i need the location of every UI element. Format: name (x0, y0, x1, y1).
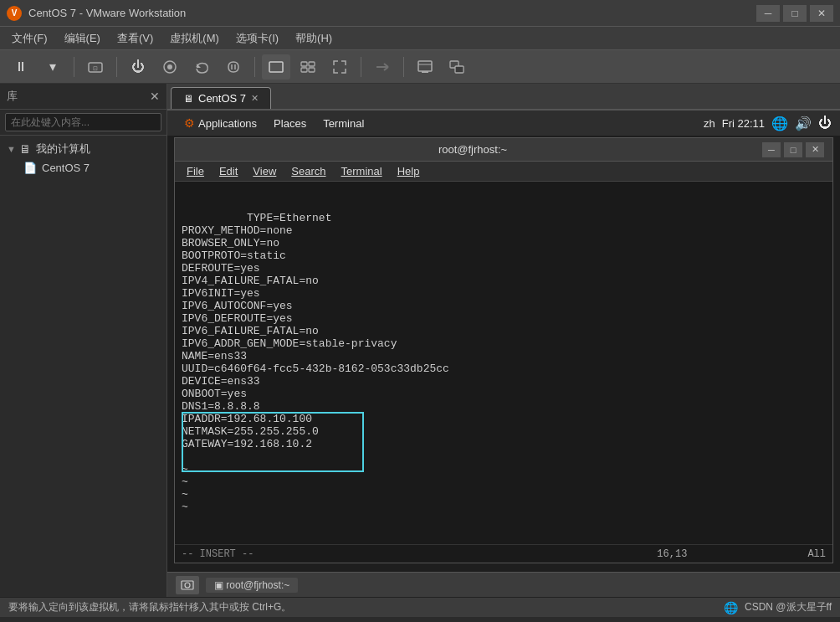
toolbar-separator-5 (403, 57, 404, 77)
terminal-text: TYPE=Ethernet PROXY_METHOD=none BROWSER_… (182, 212, 449, 513)
network-status-icon: 🌐 (724, 601, 738, 614)
sidebar: 库 ✕ ▼ 🖥 我的计算机 📄 CentOS 7 (0, 84, 167, 597)
main-area: 库 ✕ ▼ 🖥 我的计算机 📄 CentOS 7 🖥 CentOS 7 ✕ (0, 84, 840, 597)
toolbar-separator-4 (361, 57, 361, 77)
centos-tab-icon: 🖥 (183, 93, 193, 105)
svg-point-19 (185, 583, 190, 588)
terminal-content[interactable]: TYPE=Ethernet PROXY_METHOD=none BROWSER_… (175, 182, 832, 544)
applications-label: Applications (198, 117, 257, 130)
csdn-label: CSDN @派大星子ff (745, 600, 832, 614)
term-menu-file[interactable]: File (180, 163, 211, 179)
pause-dropdown-button[interactable]: ▾ (38, 54, 67, 80)
vm-tabs: 🖥 CentOS 7 ✕ (167, 84, 840, 111)
my-computer-label: 我的计算机 (36, 141, 90, 157)
pause-button[interactable]: ⏸ (7, 54, 35, 80)
send-ctrl-alt-del-button[interactable]: ⊡ (81, 54, 110, 80)
suspend-button[interactable] (219, 54, 248, 80)
terminal-taskbar-item[interactable]: ▣ root@fjrhost:~ (206, 578, 298, 593)
snapshot-button[interactable] (156, 54, 184, 80)
search-input[interactable] (5, 113, 161, 131)
term-menu-edit[interactable]: Edit (213, 163, 244, 179)
menu-file[interactable]: 文件(F) (3, 27, 56, 49)
terminal-statusbar: -- INSERT -- 16,13 All (175, 544, 832, 563)
my-computer-node[interactable]: ▼ 🖥 我的计算机 (0, 139, 166, 159)
toolbar: ⏸ ▾ ⊡ ⏻ (0, 50, 840, 84)
terminal-titlebar: root@fjrhost:~ ─ □ ✕ (175, 138, 832, 162)
gnome-right-group: zh Fri 22:11 🌐 🔊 ⏻ (704, 116, 832, 131)
term-menu-search[interactable]: Search (284, 163, 332, 179)
toolbar-separator (74, 57, 74, 77)
svg-rect-15 (422, 71, 428, 73)
close-button[interactable]: ✕ (810, 5, 833, 22)
view-fullscreen-button[interactable] (325, 54, 354, 80)
svg-rect-9 (309, 68, 315, 72)
network-icon: 🌐 (771, 116, 788, 131)
vmware-logo-icon: V (7, 6, 22, 21)
search-area (0, 110, 166, 136)
places-label: Places (274, 117, 306, 130)
toolbar-disabled-1 (368, 54, 397, 80)
term-menu-help[interactable]: Help (391, 163, 427, 179)
minimize-button[interactable]: ─ (756, 5, 780, 22)
toolbar-separator-2 (116, 57, 117, 77)
centos-node[interactable]: 📄 CentOS 7 (0, 159, 166, 177)
svg-rect-17 (455, 66, 464, 73)
content-area: 🖥 CentOS 7 ✕ ⚙ Applications Places Termi… (167, 84, 840, 597)
terminal-taskbar-icon: ▣ (214, 579, 223, 591)
power-icon: ⏻ (818, 116, 832, 131)
svg-point-3 (167, 64, 172, 69)
vm-icon: 📄 (23, 162, 37, 174)
screenshot-button[interactable] (176, 576, 199, 594)
tab-close-button[interactable]: ✕ (251, 93, 259, 104)
sidebar-close-button[interactable]: ✕ (150, 90, 160, 103)
svg-rect-8 (301, 68, 307, 72)
status-icons-group: 🌐 CSDN @派大星子ff (724, 600, 832, 614)
svg-rect-6 (301, 62, 307, 66)
menu-vm[interactable]: 虚拟机(M) (161, 27, 228, 49)
menu-view[interactable]: 查看(V) (109, 27, 161, 49)
terminal-label: Terminal (323, 117, 364, 130)
clock: Fri 22:11 (722, 117, 765, 130)
terminal-maximize-button[interactable]: □ (784, 142, 802, 157)
expand-icon: ▼ (7, 144, 16, 154)
svg-rect-5 (269, 62, 283, 72)
terminal-taskbar-label: root@fjrhost:~ (226, 579, 289, 591)
sidebar-header: 库 ✕ (0, 84, 166, 110)
status-bar: 要将输入定向到该虚拟机，请将鼠标指针移入其中或按 Ctrl+G。 🌐 CSDN … (0, 597, 840, 617)
terminal-minimize-button[interactable]: ─ (762, 142, 781, 157)
svg-text:⊡: ⊡ (93, 65, 98, 71)
console-view-button[interactable] (411, 54, 439, 80)
cursor-position: 16,13 All (657, 548, 826, 560)
places-menu[interactable]: Places (265, 114, 315, 133)
apps-icon: ⚙ (184, 116, 195, 130)
view-unity-button[interactable] (294, 54, 322, 80)
terminal-menubar: File Edit View Search Terminal Help (175, 162, 832, 182)
centos-label: CentOS 7 (42, 162, 90, 174)
menu-tabs[interactable]: 选项卡(I) (228, 27, 287, 49)
vm-screen[interactable]: ⚙ Applications Places Terminal zh Fri 22… (167, 111, 840, 572)
app-title: CentOS 7 - VMware Workstation (28, 7, 756, 19)
view-normal-button[interactable] (262, 54, 290, 80)
terminal-menu[interactable]: Terminal (315, 114, 372, 133)
vm-tree: ▼ 🖥 我的计算机 📄 CentOS 7 (0, 136, 166, 180)
switch-tabs-button[interactable] (443, 54, 471, 80)
applications-menu[interactable]: ⚙ Applications (176, 113, 265, 133)
terminal-window: root@fjrhost:~ ─ □ ✕ File Edit View Sear… (174, 137, 833, 563)
power-button[interactable]: ⏻ (124, 54, 152, 80)
terminal-controls: ─ □ ✕ (762, 142, 824, 157)
term-menu-terminal[interactable]: Terminal (335, 163, 389, 179)
menu-help[interactable]: 帮助(H) (287, 27, 341, 49)
gnome-topbar: ⚙ Applications Places Terminal zh Fri 22… (167, 111, 840, 136)
svg-rect-7 (309, 62, 315, 66)
maximize-button[interactable]: □ (783, 5, 807, 22)
term-menu-view[interactable]: View (246, 163, 283, 179)
titlebar: V CentOS 7 - VMware Workstation ─ □ ✕ (0, 0, 840, 27)
terminal-close-button[interactable]: ✕ (806, 142, 824, 157)
window-controls: ─ □ ✕ (756, 5, 833, 22)
computer-icon: 🖥 (19, 142, 31, 156)
status-hint-text: 要将输入定向到该虚拟机，请将鼠标指针移入其中或按 Ctrl+G。 (8, 600, 291, 614)
toolbar-separator-3 (254, 57, 255, 77)
centos-tab[interactable]: 🖥 CentOS 7 ✕ (171, 87, 271, 109)
revert-button[interactable] (187, 54, 216, 80)
menu-edit[interactable]: 编辑(E) (56, 27, 109, 49)
